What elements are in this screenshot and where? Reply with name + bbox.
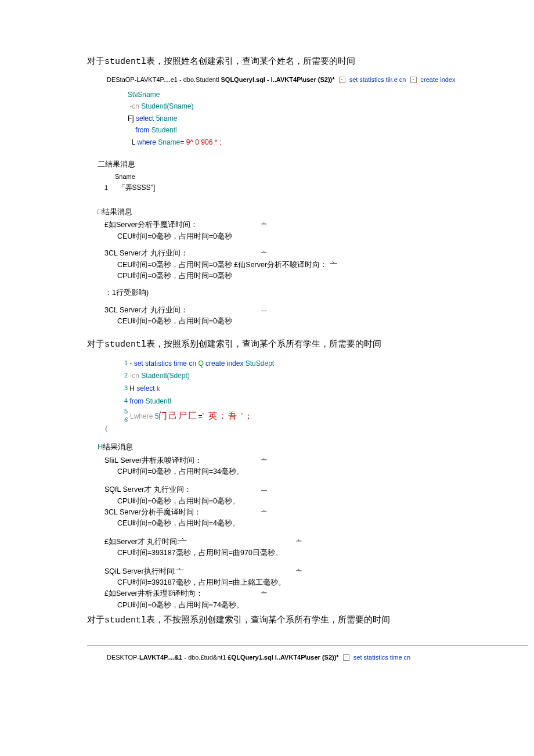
section2-code: 1 - set statistics time cn Q create inde… (120, 358, 528, 424)
tab-text: DESKTOP- (107, 654, 139, 661)
collapse-icon: - (410, 77, 417, 83)
table-row: 1 「弄SSSS"] (104, 182, 528, 193)
code-line: 2 -cn Stadentl(Sdept) (120, 370, 528, 383)
msg-line: CPU时间=0毫秒，占用时间=0毫秒 (104, 271, 528, 282)
tab-text: DEStaOP-LAVKT4P....e1 - dbo.Studentl (107, 76, 219, 83)
code-line: 1 - set statistics time cn Q create inde… (120, 358, 528, 370)
msg-line: 3CL Server分析手魔译时间：亠 (104, 507, 528, 518)
tab-kw2: create index (421, 76, 456, 83)
tab-bold: LAVKT4P....&1 - (139, 654, 188, 661)
collapse-icon: - (129, 359, 132, 368)
section1-code: St\iSname -cn Studentl(Sname) F] select … (128, 89, 528, 148)
msg-line: CEU时间=0毫秒，占用时间=0毫秒 £仙Server分析不唆译时向： 亠 (104, 260, 528, 271)
msg-line: CPU时间=0毫秒，占用时间=74毫秒。 (104, 600, 528, 611)
h3-post: 表，不按照系别创建索引，查询某个系所有学生，所需要的时间 (146, 614, 390, 624)
h3-pre: 对于 (87, 614, 104, 624)
msg-line: SQfL Server才 丸行业间：— (104, 484, 528, 495)
msg-header: □结果消息 (98, 206, 528, 218)
msg-line: CEU时间=0毫秒，占用时间=4毫秒。 (104, 518, 528, 529)
code-line: -cn Studentl(Sname) (128, 100, 528, 112)
h2-pre: 对于 (87, 339, 104, 348)
msg-line: SQiL Server执行时间:亠亠 (104, 566, 528, 577)
section3-tabline: DESKTOP-LAVKT4P....&1 - dbo.£tud&nt1 £QL… (107, 653, 528, 663)
msg-line: 3CL Server才 丸行业间：亠 (104, 248, 528, 259)
tab-bold: SQLQueryl.sql - l..AVKT4P\user (S2))* (219, 76, 334, 83)
h3-mono: studentl (104, 615, 146, 625)
section1-messages: £如Server分析手魔译时间：亠 CEU时间=0毫秒，占用时间=0毫秒 3CL… (104, 219, 528, 327)
msg-header-prefix: H (98, 442, 103, 451)
tab-kw: set statistics time cn (353, 654, 410, 661)
tab-mid: dbo.£tud&nt1 (188, 654, 228, 661)
section3-heading: 对于studentl表，不按照系别创建索引，查询某个系所有学生，所需要的时间 (87, 613, 528, 628)
divider (87, 645, 528, 646)
collapse-icon: - (339, 77, 345, 83)
h2-post: 表，按照系别创建索引，查询某个系所有学生，所需要的时间 (146, 339, 381, 348)
code-line: Lwhere 5门己尸匚=' 英：吾 ' ; (130, 408, 528, 424)
code-line: F] select 5name (128, 113, 528, 124)
msg-line: £如Server才 丸行时间:亠亠 (104, 537, 528, 548)
h1-post: 表，按照姓名创建索引，查询某个姓名，所需要的时间 (146, 56, 355, 66)
code-line: from Studentl (128, 124, 528, 136)
msg-header: 结果消息 (103, 442, 133, 451)
tab-bold2: £QLQuery1.sql l..AVKT4P\user (S2))* (228, 654, 339, 661)
section1-heading: 对于studentl表，按照姓名创建索引，查询某个姓名，所需要的时间 (87, 55, 528, 69)
h1-pre: 对于 (87, 56, 104, 66)
h2-mono: studentl (104, 340, 146, 350)
msg-line: CPU时间=0毫秒，占用时间=34毫秒。 (104, 466, 528, 477)
msg-line: CPU时间=0毫秒，占用时间=0毫秒。 (104, 496, 528, 507)
msg-line: 3CL Server才 丸行业间：— (104, 305, 528, 316)
section2-messages: SfiiL Server井析汞唆译时间：亠 CPU时间=0毫秒，占用时间=34毫… (104, 455, 528, 611)
collapse-icon: - (343, 654, 349, 661)
msg-line: £如Server分析手魔译时间：亠 (104, 219, 528, 231)
result-grid: Sname 1 「弄SSSS"] (104, 172, 528, 193)
h1-mono: studentl (104, 57, 146, 67)
section1-tabline: DEStaOP-LAVKT4P....e1 - dbo.Studentl SQL… (107, 75, 528, 85)
msg-line: CFU时间=393187毫秒，占用时间=曲上銘工毫秒。 (104, 577, 528, 588)
section2-heading: 对于studentl表，按照系别创建索引，查询某个系所有学生，所需要的时间 (87, 337, 528, 352)
msg-line: SfiiL Server井析汞唆译时间：亠 (104, 455, 528, 466)
row-number: 1 (104, 184, 108, 191)
tab-kw1: set statistics tiir.e cn (349, 76, 406, 83)
msg-line: £如Server井析汞理®译时向：亠 (104, 588, 528, 599)
result-header: 二结果消息 (98, 159, 528, 170)
msg-line: ：1行受影响) (104, 287, 528, 298)
document-page: 对于studentl表，按照姓名创建索引，查询某个姓名，所需要的时间 DESta… (0, 0, 534, 690)
code-line: St\iSname (128, 89, 528, 100)
msg-line: CFU时间=393187毫秒，占用时间=曲970日毫秒。 (104, 548, 528, 559)
msg-line: CEU时间=0毫秒，占用时间=0毫秒 (104, 316, 528, 327)
col-header: Sname (104, 172, 528, 182)
scroll-left-icon: 《 (101, 424, 528, 434)
code-line: 3 H select k (120, 383, 528, 395)
msg-line: CEU时间=0毫秒，占用时间=0毫秒 (104, 231, 528, 242)
cell-value: 「弄SSSS"] (110, 183, 156, 192)
code-line: 4 from Studentl (120, 395, 528, 408)
code-line: L where Sname= 9^ 0 906 * ; (128, 136, 528, 148)
